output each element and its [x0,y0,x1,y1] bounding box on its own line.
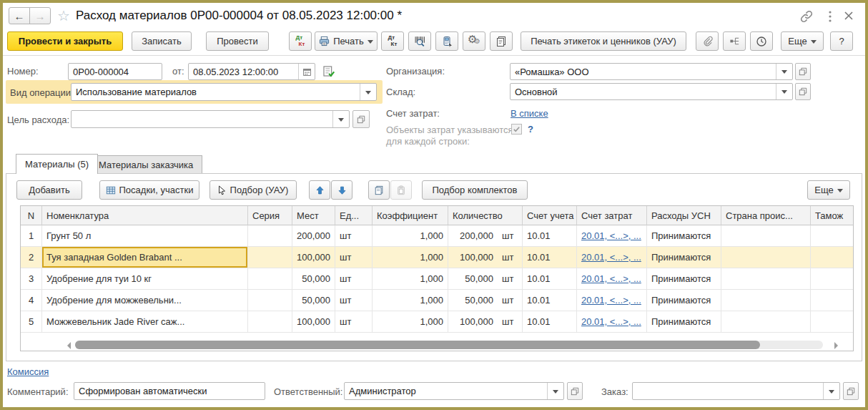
cell-n[interactable]: 4 [21,290,42,311]
back-button[interactable]: ← [9,7,30,24]
column-header-n[interactable]: N [21,206,42,225]
document-check-button[interactable] [322,64,335,78]
cell-mest[interactable]: 100,000 [292,247,335,268]
cell-qty[interactable]: 50,000шт [448,268,523,289]
column-header-mest[interactable]: Мест [292,206,335,225]
table-row[interactable]: 3Удобрение для туи 10 кг50,000шт1,00050,… [21,268,853,290]
order-combobox[interactable] [632,382,840,400]
data-terminal-button[interactable] [435,31,458,51]
cell-country[interactable] [721,247,811,268]
cost-account-list-link[interactable]: В списке [511,108,548,119]
cell-customs[interactable] [811,247,854,268]
column-header-customs[interactable]: Тамож [811,206,854,225]
cell-usn[interactable]: Принимаются [647,268,721,289]
dt-kt-postings-button[interactable]: Дт Кт [289,31,312,51]
comment-input[interactable]: Сформирован автоматически [74,382,265,400]
cell-seria[interactable] [248,268,292,289]
cell-koef[interactable]: 1,000 [373,290,448,311]
cell-qty[interactable]: 100,000шт [448,247,523,268]
cell-ed[interactable]: шт [335,225,373,246]
cell-koef[interactable]: 1,000 [373,311,448,332]
print-button[interactable]: Печать [315,31,378,51]
cell-cost_account[interactable]: 20.01, <...>, ... [577,268,647,289]
cell-koef[interactable]: 1,000 [373,247,448,268]
attachments-button[interactable] [696,31,719,51]
cost-account-link[interactable]: 20.01, <...>, ... [581,252,641,263]
commission-link[interactable]: Комиссия [7,366,49,377]
horizontal-scrollbar-thumb[interactable] [75,341,760,349]
cell-qty[interactable]: 50,000шт [448,290,523,311]
cell-usn[interactable]: Принимаются [647,247,721,268]
column-header-koef[interactable]: Коэффициент [373,206,448,225]
cell-qty[interactable]: 200,000шт [448,225,523,246]
tab-materials[interactable]: Материалы (5) [16,154,98,174]
cell-cost_account[interactable]: 20.01, <...>, ... [577,311,647,332]
responsible-open-button[interactable] [567,382,583,400]
scroll-left-arrow-icon[interactable] [64,342,71,349]
date-input[interactable]: 08.05.2023 12:00:00 [188,63,315,80]
order-open-button[interactable] [843,382,859,400]
cell-mest[interactable]: 200,000 [292,225,335,246]
tab-customer-materials[interactable]: Материалы заказчика [89,155,202,174]
order-dropdown-button[interactable] [823,383,839,399]
cost-account-link[interactable]: 20.01, <...>, ... [581,230,641,241]
organization-dropdown-button[interactable] [776,64,792,79]
documents-stack-button[interactable] [490,31,513,51]
operation-combobox[interactable]: Использование материалов [71,83,377,101]
toolbar-more-button[interactable]: Еще [781,31,824,51]
cell-customs[interactable] [811,225,854,246]
cell-country[interactable] [721,311,811,332]
cell-account[interactable]: 10.01 [523,290,577,311]
help-button[interactable]: ? [830,31,853,51]
cell-nomenclature[interactable]: Грунт 50 л [42,225,248,246]
calendar-button[interactable] [298,64,315,79]
cell-account[interactable]: 10.01 [523,225,577,246]
responsible-dropdown-button[interactable] [547,383,563,399]
column-header-country[interactable]: Страна проис... [721,206,811,225]
warehouse-open-button[interactable] [795,83,811,100]
move-row-up-button[interactable] [309,180,330,200]
get-link-icon[interactable] [799,9,814,24]
cell-usn[interactable]: Принимаются [647,311,721,332]
print-labels-button[interactable]: Печать этикеток и ценников (УАУ) [521,31,686,51]
column-header-cost_account[interactable]: Счет затрат [577,206,647,225]
column-header-account[interactable]: Счет учета [523,206,577,225]
cell-seria[interactable] [248,225,292,246]
copy-rows-button[interactable] [368,180,390,200]
cell-ed[interactable]: шт [335,268,373,289]
organization-combobox[interactable]: «Ромашка» ООО [510,63,793,80]
column-header-nomenclature[interactable]: Номенклатура [42,206,248,225]
cost-account-link[interactable]: 20.01, <...>, ... [581,273,641,284]
table-row[interactable]: 4Удобрение для можжевельни...50,000шт1,0… [21,290,853,311]
cell-usn[interactable]: Принимаются [647,290,721,311]
grid-more-button[interactable]: Еще [807,180,850,200]
cell-country[interactable] [721,225,811,246]
column-header-usn[interactable]: Расходы УСН [647,206,721,225]
cell-seria[interactable] [248,311,292,332]
column-header-ed[interactable]: Ед... [335,206,373,225]
structure-button[interactable] [723,31,746,51]
column-header-qty[interactable]: Количество [448,206,523,225]
purpose-dropdown-button[interactable] [332,111,349,127]
cell-nomenclature[interactable]: Удобрение для туи 10 кг [42,268,248,289]
operation-dropdown-button[interactable] [360,84,376,100]
write-button[interactable]: Записать [132,31,192,51]
cell-account[interactable]: 10.01 [523,311,577,332]
warehouse-combobox[interactable]: Основной [510,83,793,100]
cell-nomenclature[interactable]: Туя западная Golden Brabant ... [42,247,248,268]
cell-mest[interactable]: 50,000 [292,290,335,311]
cell-n[interactable]: 1 [21,225,42,246]
cell-seria[interactable] [248,290,292,311]
cell-n[interactable]: 3 [21,268,42,289]
table-row[interactable]: 1Грунт 50 л200,000шт1,000200,000шт10.012… [21,225,853,247]
cell-account[interactable]: 10.01 [523,247,577,268]
cell-koef[interactable]: 1,000 [373,225,448,246]
purpose-open-button[interactable] [352,110,370,128]
number-input[interactable]: 0Р00-000004 [68,63,162,80]
table-row[interactable]: 2Туя западная Golden Brabant ...100,000ш… [21,247,853,268]
cell-ed[interactable]: шт [335,311,373,332]
paste-rows-button[interactable] [390,180,412,200]
cell-customs[interactable] [811,311,854,332]
window-menu-kebab-icon[interactable] [827,10,833,23]
forward-button[interactable]: → [29,7,51,24]
